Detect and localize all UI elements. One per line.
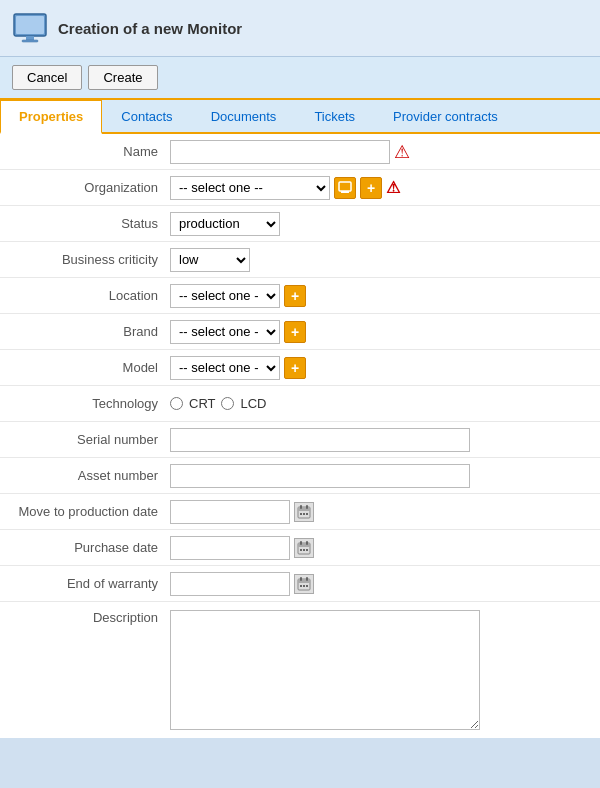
status-row: Status production maintenance stock	[0, 206, 600, 242]
warranty-calendar-button[interactable]	[294, 574, 314, 594]
location-control-area: -- select one -- +	[170, 284, 600, 308]
location-add-button[interactable]: +	[284, 285, 306, 307]
svg-rect-12	[306, 513, 308, 515]
technology-lcd-label: LCD	[240, 396, 266, 411]
description-textarea[interactable]	[170, 610, 480, 730]
purchase-date-calendar-button[interactable]	[294, 538, 314, 558]
svg-rect-25	[303, 585, 305, 587]
organization-view-button[interactable]	[334, 177, 356, 199]
production-date-row: Move to production date	[0, 494, 600, 530]
status-control-area: production maintenance stock	[170, 212, 600, 236]
name-input[interactable]	[170, 140, 390, 164]
serial-row: Serial number	[0, 422, 600, 458]
criticality-select[interactable]: low medium high critical	[170, 248, 250, 272]
svg-rect-16	[306, 541, 308, 545]
technology-lcd-radio[interactable]	[221, 397, 234, 410]
purchase-date-control-area	[170, 536, 600, 560]
technology-radio-group: CRT LCD	[170, 396, 267, 411]
model-row: Model -- select one -- +	[0, 350, 600, 386]
description-control-area	[170, 610, 600, 730]
svg-rect-19	[306, 549, 308, 551]
form-area: Name ⚠ Organization -- select one --	[0, 134, 600, 738]
criticality-control-area: low medium high critical	[170, 248, 600, 272]
tab-tickets[interactable]: Tickets	[295, 100, 374, 132]
location-label: Location	[0, 288, 170, 303]
purchase-date-input[interactable]	[170, 536, 290, 560]
organization-label: Organization	[0, 180, 170, 195]
location-select[interactable]: -- select one --	[170, 284, 280, 308]
status-select[interactable]: production maintenance stock	[170, 212, 280, 236]
purchase-date-label: Purchase date	[0, 540, 170, 555]
tab-contacts[interactable]: Contacts	[102, 100, 191, 132]
svg-rect-14	[298, 543, 310, 547]
page-title: Creation of a new Monitor	[58, 20, 242, 37]
organization-control-area: -- select one -- + ⚠	[170, 176, 600, 200]
svg-rect-9	[306, 505, 308, 509]
organization-add-button[interactable]: +	[360, 177, 382, 199]
serial-control-area	[170, 428, 600, 452]
criticality-label: Business criticity	[0, 252, 170, 267]
production-date-calendar-button[interactable]	[294, 502, 314, 522]
plus-icon: +	[367, 180, 375, 196]
svg-rect-3	[22, 40, 38, 42]
tab-bar: Properties Contacts Documents Tickets Pr…	[0, 100, 600, 134]
monitor-icon	[12, 10, 48, 46]
description-row: Description	[0, 602, 600, 738]
model-add-button[interactable]: +	[284, 357, 306, 379]
asset-control-area	[170, 464, 600, 488]
serial-label: Serial number	[0, 432, 170, 447]
model-label: Model	[0, 360, 170, 375]
model-select[interactable]: -- select one --	[170, 356, 280, 380]
svg-rect-5	[341, 191, 349, 193]
location-row: Location -- select one -- +	[0, 278, 600, 314]
plus-icon-brand: +	[291, 324, 299, 340]
warranty-control-area	[170, 572, 600, 596]
svg-rect-4	[339, 182, 351, 191]
asset-input[interactable]	[170, 464, 470, 488]
svg-rect-7	[298, 507, 310, 511]
create-button[interactable]: Create	[88, 65, 157, 90]
technology-crt-label: CRT	[189, 396, 215, 411]
brand-select[interactable]: -- select one --	[170, 320, 280, 344]
production-date-control-area	[170, 500, 600, 524]
production-date-label: Move to production date	[0, 504, 170, 519]
svg-rect-17	[300, 549, 302, 551]
warranty-label: End of warranty	[0, 576, 170, 591]
organization-row: Organization -- select one -- + ⚠	[0, 170, 600, 206]
action-bar: Cancel Create	[0, 57, 600, 100]
svg-rect-11	[303, 513, 305, 515]
technology-label: Technology	[0, 396, 170, 411]
plus-icon-model: +	[291, 360, 299, 376]
organization-required-icon: ⚠	[386, 178, 400, 197]
name-control-area: ⚠	[170, 140, 600, 164]
svg-rect-22	[300, 577, 302, 581]
svg-rect-2	[26, 36, 34, 40]
name-required-icon: ⚠	[394, 141, 410, 163]
status-label: Status	[0, 216, 170, 231]
svg-rect-18	[303, 549, 305, 551]
main-container: Creation of a new Monitor Cancel Create …	[0, 0, 600, 788]
organization-select[interactable]: -- select one --	[170, 176, 330, 200]
criticality-row: Business criticity low medium high criti…	[0, 242, 600, 278]
purchase-date-row: Purchase date	[0, 530, 600, 566]
tab-documents[interactable]: Documents	[192, 100, 296, 132]
svg-rect-21	[298, 579, 310, 583]
svg-rect-10	[300, 513, 302, 515]
tab-provider-contracts[interactable]: Provider contracts	[374, 100, 517, 132]
model-control-area: -- select one -- +	[170, 356, 600, 380]
brand-row: Brand -- select one -- +	[0, 314, 600, 350]
cancel-button[interactable]: Cancel	[12, 65, 82, 90]
brand-add-button[interactable]: +	[284, 321, 306, 343]
warranty-input[interactable]	[170, 572, 290, 596]
serial-input[interactable]	[170, 428, 470, 452]
plus-icon-location: +	[291, 288, 299, 304]
svg-rect-23	[306, 577, 308, 581]
tab-properties[interactable]: Properties	[0, 100, 102, 134]
svg-rect-1	[16, 16, 44, 34]
svg-rect-15	[300, 541, 302, 545]
technology-crt-radio[interactable]	[170, 397, 183, 410]
brand-label: Brand	[0, 324, 170, 339]
svg-rect-8	[300, 505, 302, 509]
description-label: Description	[0, 610, 170, 625]
production-date-input[interactable]	[170, 500, 290, 524]
